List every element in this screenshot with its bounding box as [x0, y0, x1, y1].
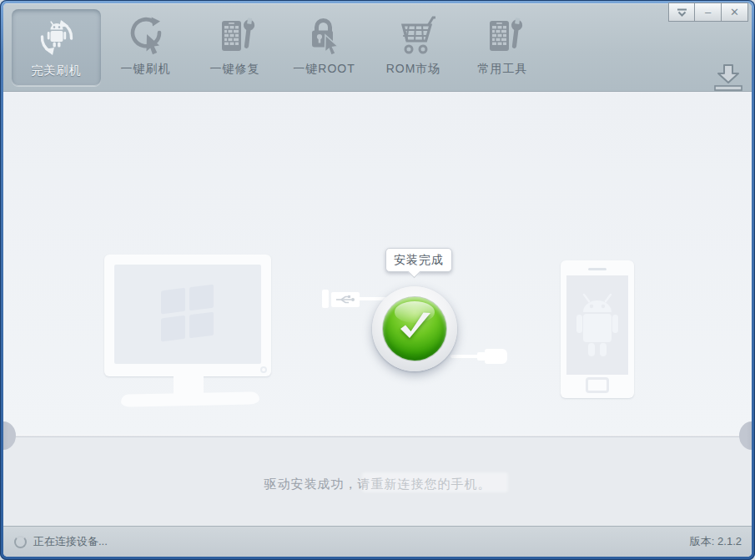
phone-home-button — [586, 377, 609, 393]
message-panel: 驱动安装成功，请重新连接您的手机。 — [3, 437, 752, 526]
loading-spinner-icon — [14, 536, 27, 548]
monitor-base — [121, 391, 259, 406]
phone-speaker — [588, 268, 607, 270]
collapse-icon — [677, 8, 687, 17]
connection-status-text: 正在连接设备... — [33, 534, 108, 549]
usb-plug-icon — [331, 292, 360, 307]
tab-label: 一键ROOT — [293, 62, 355, 77]
tab-one-key-repair[interactable]: 一键修复 — [190, 3, 279, 92]
phone-wrench-icon — [214, 14, 256, 58]
tab-label: 一键刷机 — [121, 62, 171, 77]
refresh-cursor-icon — [125, 14, 167, 58]
usb-plug-icon — [322, 290, 329, 308]
tab-label: 一键修复 — [210, 62, 260, 77]
collapse-button[interactable] — [668, 3, 695, 22]
tab-common-tools[interactable]: 常用工具 — [458, 3, 547, 92]
usb-cable — [450, 355, 481, 358]
android-refresh-icon — [36, 16, 78, 59]
download-icon[interactable] — [712, 63, 744, 92]
phone-screen — [566, 275, 628, 375]
tab-one-key-flash[interactable]: 一键刷机 — [101, 3, 190, 92]
app-window: – ✕ — [0, 0, 755, 560]
minimize-icon: – — [705, 7, 711, 18]
install-complete-tooltip: 安装完成 — [385, 248, 452, 272]
phone-wrench-icon — [482, 14, 524, 58]
power-led — [260, 366, 267, 373]
micro-usb-plug-icon — [485, 349, 507, 364]
tab-strip: 完美刷机 一键刷机 — [12, 3, 547, 92]
android-logo-icon — [572, 290, 622, 361]
tab-perfect-flash[interactable]: 完美刷机 — [12, 9, 101, 86]
tab-label: 常用工具 — [478, 62, 528, 77]
status-bar: 正在连接设备... 版本: 2.1.2 — [3, 526, 752, 557]
version-label: 版本: 2.1.2 — [690, 534, 742, 549]
main-panel: 安装完成 — [3, 93, 752, 435]
phone-illustration — [561, 260, 634, 398]
close-button[interactable]: ✕ — [722, 3, 748, 22]
tab-rom-market[interactable]: ROM市场 — [369, 3, 458, 92]
computer-illustration — [104, 255, 271, 376]
lock-cursor-icon — [304, 14, 345, 58]
windows-logo-icon — [160, 283, 215, 343]
install-success-button[interactable] — [372, 286, 457, 371]
close-icon: ✕ — [730, 7, 739, 18]
checkmark-icon — [395, 309, 435, 347]
computer-screen — [114, 265, 261, 364]
window-controls: – ✕ — [668, 3, 748, 22]
toolbar: 完美刷机 一键刷机 — [3, 3, 752, 92]
tab-one-key-root[interactable]: 一键ROOT — [279, 3, 369, 92]
shopping-cart-icon — [391, 14, 436, 58]
green-circle — [383, 297, 446, 361]
watermark-overlay — [362, 472, 508, 492]
tab-label: ROM市场 — [386, 62, 441, 77]
tooltip-text: 安装完成 — [394, 253, 444, 268]
tab-label: 完美刷机 — [32, 63, 82, 78]
minimize-button[interactable]: – — [695, 3, 722, 22]
